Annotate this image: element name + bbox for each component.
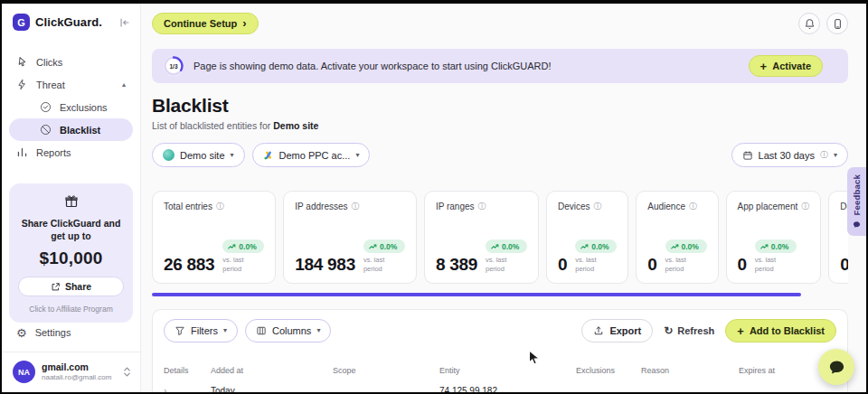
- column-header-details[interactable]: Details: [164, 366, 211, 375]
- logo-row: G ClickGuard.: [2, 4, 140, 31]
- device-preview-button[interactable]: [826, 13, 848, 34]
- user-name: gmail.com: [42, 361, 111, 373]
- promo-footer: Click to Affiliate Program: [18, 305, 124, 314]
- column-header-added-at[interactable]: Added at: [211, 366, 333, 375]
- sidebar-item-settings[interactable]: ⚙ Settings: [2, 323, 140, 342]
- sidebar-item-clicks[interactable]: Clicks: [9, 51, 133, 73]
- stat-value: 184 983: [295, 256, 355, 273]
- stat-caption: vs. last period: [486, 256, 527, 273]
- column-header-reason[interactable]: Reason: [641, 366, 739, 375]
- refresh-button[interactable]: ↻ Refresh: [664, 325, 714, 336]
- share-button[interactable]: Share: [18, 277, 124, 296]
- sidebar-item-reports[interactable]: Reports: [9, 141, 133, 164]
- horizontal-scrollbar[interactable]: [152, 293, 801, 296]
- stat-caption: vs. last period: [665, 256, 707, 273]
- settings-label: Settings: [35, 327, 71, 338]
- add-to-blacklist-label: Add to Blacklist: [750, 325, 825, 336]
- trending-up-icon: [760, 244, 769, 249]
- trending-up-icon: [228, 244, 236, 249]
- bell-icon: [804, 18, 816, 30]
- sidebar-item-exclusions[interactable]: Exclusions: [9, 96, 133, 118]
- ppc-account-value: Demo PPC ac...: [279, 150, 351, 161]
- avatar: NA: [13, 361, 35, 383]
- sidebar-item-threat[interactable]: Threat ▴: [9, 73, 133, 96]
- column-header-scope[interactable]: Scope: [333, 366, 439, 375]
- trending-up-icon: [671, 244, 679, 249]
- stat-value: 8 389: [436, 256, 477, 273]
- filter-row: Demo site ▾ Demo PPC ac... ▾ Last 30 day…: [152, 143, 848, 167]
- stat-card-ip-addresses: IP addressesⓘ 184 983 0.0% vs. last peri…: [283, 191, 417, 284]
- bar-chart-icon: [16, 146, 28, 158]
- subtitle-site-name: Demo site: [273, 120, 318, 131]
- stat-card-devices: Devicesⓘ 0 0.0% vs. last period: [546, 191, 628, 284]
- export-button[interactable]: Export: [581, 319, 653, 342]
- info-icon[interactable]: ⓘ: [594, 202, 602, 211]
- stat-caption: vs. last period: [222, 256, 264, 273]
- site-selector-value: Demo site: [180, 150, 225, 161]
- stat-value: 0: [558, 256, 567, 273]
- info-icon[interactable]: ⓘ: [216, 202, 224, 211]
- subtitle-prefix: List of blacklisted entities for: [152, 120, 270, 131]
- nav-label: Blacklist: [60, 125, 100, 136]
- page-subtitle: List of blacklisted entities for Demo si…: [152, 120, 848, 131]
- continue-setup-button[interactable]: Continue Setup ›: [152, 13, 259, 34]
- stat-caption: vs. last period: [575, 256, 617, 273]
- trend-badge: 0.0%: [486, 239, 527, 253]
- share-button-label: Share: [65, 281, 91, 292]
- ban-icon: [40, 124, 52, 136]
- notifications-button[interactable]: [798, 13, 820, 34]
- calendar-icon: [742, 150, 753, 161]
- columns-button[interactable]: Columns ▾: [245, 319, 331, 342]
- info-icon[interactable]: ⓘ: [801, 202, 809, 211]
- info-icon[interactable]: ⓘ: [478, 202, 486, 211]
- info-icon[interactable]: ⓘ: [689, 202, 697, 211]
- site-selector[interactable]: Demo site ▾: [152, 143, 245, 167]
- promo-amount: $10,000: [18, 249, 124, 268]
- export-button-label: Export: [609, 325, 641, 336]
- affiliate-promo-card[interactable]: Share ClickGuard and get up to $10,000 S…: [9, 183, 133, 323]
- stat-value: 0: [647, 256, 656, 273]
- plus-icon: +: [760, 61, 768, 72]
- stats-card-row: Total entriesⓘ 26 883 0.0% vs. last peri…: [152, 191, 848, 284]
- chevron-down-icon: ▾: [355, 152, 359, 159]
- activate-button[interactable]: + Activate: [749, 55, 823, 77]
- add-to-blacklist-button[interactable]: + Add to Blacklist: [725, 319, 836, 342]
- feedback-chat-icon: [853, 220, 861, 229]
- topbar-icons: [798, 13, 848, 34]
- stat-value: 26 883: [164, 256, 214, 273]
- sidebar-collapse-icon[interactable]: [118, 16, 131, 29]
- ppc-account-selector[interactable]: Demo PPC ac... ▾: [252, 143, 371, 167]
- promo-title-line1: Share ClickGuard and: [18, 217, 124, 230]
- table-header-row: Details Added at Scope Entity Exclusions…: [160, 366, 840, 375]
- check-circle-icon: [40, 101, 52, 113]
- activate-label: Activate: [772, 61, 811, 71]
- sidebar-item-blacklist[interactable]: Blacklist: [9, 118, 133, 141]
- user-email: naatali.ro@gmail.com: [42, 373, 111, 382]
- columns-button-label: Columns: [272, 325, 311, 336]
- chevron-down-icon: ▾: [316, 327, 320, 334]
- feedback-tab[interactable]: Feedback: [847, 167, 866, 236]
- chevron-updown-icon: [123, 366, 131, 378]
- row-expander-icon[interactable]: ›: [164, 386, 166, 392]
- user-menu[interactable]: NA gmail.com naatali.ro@gmail.com: [2, 352, 140, 392]
- trend-badge: 0.0%: [575, 239, 617, 253]
- stat-card-ip-ranges: IP rangesⓘ 8 389 0.0% vs. last period: [424, 191, 539, 284]
- stat-card-app-placement: App placementⓘ 0 0.0% vs. last period: [726, 191, 822, 284]
- mobile-phone-icon: [832, 18, 844, 30]
- chevron-down-icon: ▾: [231, 152, 234, 159]
- table-row[interactable]: › Today 74.125.99.182: [160, 386, 840, 392]
- filters-button[interactable]: Filters ▾: [164, 319, 238, 342]
- funnel-icon: [175, 325, 185, 336]
- column-header-exclusions[interactable]: Exclusions: [576, 366, 641, 375]
- click-pointer-icon: [16, 56, 28, 68]
- stat-label: IP ranges: [436, 202, 475, 211]
- stat-caption: vs. last period: [755, 256, 797, 273]
- trending-up-icon: [580, 244, 589, 249]
- chevron-right-icon: ›: [242, 17, 246, 29]
- date-range-selector[interactable]: Last 30 days ⓘ ▾: [731, 143, 848, 167]
- chat-launcher-button[interactable]: [818, 349, 854, 385]
- continue-setup-label: Continue Setup: [164, 18, 237, 29]
- info-icon[interactable]: ⓘ: [352, 202, 360, 211]
- site-favicon-icon: [163, 149, 175, 161]
- column-header-entity[interactable]: Entity: [439, 366, 576, 375]
